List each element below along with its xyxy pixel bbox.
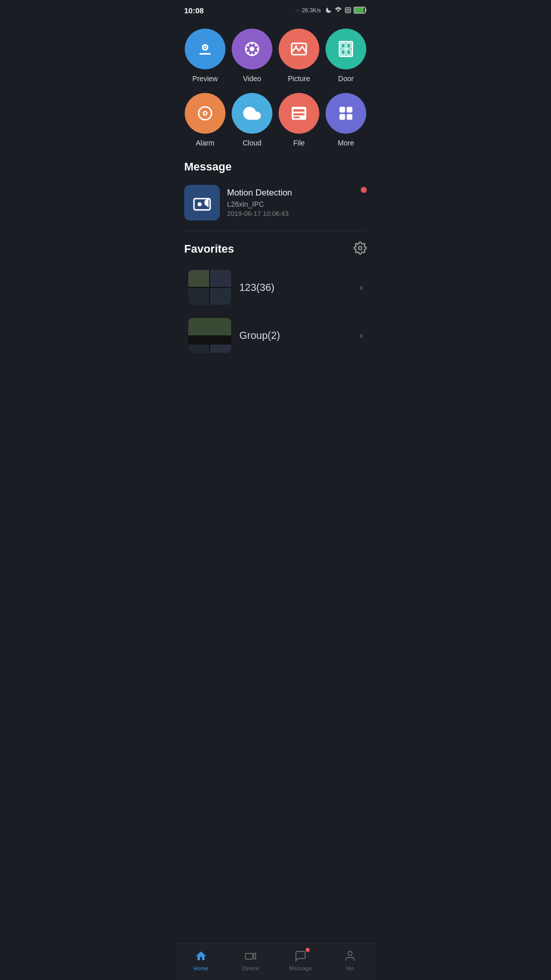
status-speed: 26.3K/s xyxy=(302,7,321,13)
file-label: File xyxy=(293,139,305,147)
message-section: Message Motion Detection L26xin_IPC 2019… xyxy=(176,152,375,229)
thumb-1-4 xyxy=(210,288,231,305)
alarm-circle xyxy=(185,93,226,134)
svg-point-32 xyxy=(204,112,207,115)
file-icon xyxy=(289,104,309,123)
message-item[interactable]: Motion Detection L26xin_IPC 2019-06-17 1… xyxy=(184,181,367,225)
svg-rect-28 xyxy=(347,50,351,55)
door-icon xyxy=(336,39,356,59)
svg-rect-34 xyxy=(293,109,305,112)
svg-point-23 xyxy=(295,45,297,48)
svg-rect-10 xyxy=(199,53,211,55)
picture-icon-item[interactable]: Picture xyxy=(278,29,320,83)
favorite-item-1[interactable]: 123(36) › xyxy=(180,264,371,311)
svg-point-17 xyxy=(257,48,259,51)
moon-icon xyxy=(325,7,332,14)
gear-icon xyxy=(354,241,367,255)
status-bar: 10:08 ··· 26.3K/s xyxy=(176,0,375,18)
icon-grid: Preview Video xyxy=(184,29,367,147)
svg-rect-7 xyxy=(355,8,364,13)
icon-grid-section: Preview Video xyxy=(176,18,375,152)
svg-point-13 xyxy=(249,46,255,52)
svg-rect-38 xyxy=(347,107,353,112)
sim-icon xyxy=(344,7,352,14)
svg-rect-39 xyxy=(339,114,345,120)
preview-label: Preview xyxy=(192,75,218,83)
favorite-thumb-1 xyxy=(188,270,231,305)
thumb-1-1 xyxy=(188,270,209,287)
favorites-title: Favorites xyxy=(184,242,234,256)
video-icon xyxy=(242,39,262,59)
status-network-label: ··· xyxy=(295,7,300,13)
message-unread-dot xyxy=(361,187,367,193)
svg-point-20 xyxy=(247,52,249,54)
svg-point-42 xyxy=(197,202,202,206)
favorite-item-2[interactable]: Group(2) › xyxy=(180,312,371,359)
message-avatar xyxy=(184,185,220,220)
door-circle xyxy=(325,29,366,69)
svg-rect-37 xyxy=(339,107,345,112)
cloud-icon-item[interactable]: Cloud xyxy=(231,93,273,147)
cloud-circle xyxy=(232,93,272,134)
file-circle xyxy=(279,93,319,134)
preview-icon-item[interactable]: Preview xyxy=(184,29,226,83)
favorite-arrow-1: › xyxy=(360,282,363,293)
message-time: 2019-06-17 10:06:43 xyxy=(227,210,367,217)
picture-icon xyxy=(289,39,309,59)
svg-point-15 xyxy=(251,54,254,56)
section-divider xyxy=(184,231,367,231)
svg-point-16 xyxy=(245,48,248,51)
svg-point-18 xyxy=(247,44,249,46)
more-icon-item[interactable]: More xyxy=(325,93,367,147)
favorites-settings-button[interactable] xyxy=(354,241,367,257)
video-label: Video xyxy=(243,75,261,83)
alarm-label: Alarm xyxy=(196,139,215,147)
door-label: Door xyxy=(338,75,354,83)
message-content: Motion Detection L26xin_IPC 2019-06-17 1… xyxy=(227,188,367,217)
favorites-header: Favorites xyxy=(176,233,375,263)
picture-label: Picture xyxy=(288,75,310,83)
video-circle xyxy=(232,29,272,69)
svg-rect-35 xyxy=(293,113,305,115)
svg-point-21 xyxy=(255,52,257,54)
svg-point-11 xyxy=(204,46,206,48)
svg-rect-25 xyxy=(341,43,345,48)
svg-point-43 xyxy=(359,247,362,250)
svg-rect-27 xyxy=(341,50,345,55)
svg-rect-0 xyxy=(345,8,351,13)
message-section-title: Message xyxy=(184,160,367,174)
camera-icon xyxy=(192,193,212,212)
picture-circle xyxy=(279,29,319,69)
video-icon-item[interactable]: Video xyxy=(231,29,273,83)
status-time: 10:08 xyxy=(184,6,204,15)
cloud-label: Cloud xyxy=(243,139,262,147)
battery-icon xyxy=(354,7,367,14)
more-icon xyxy=(336,104,356,123)
svg-point-14 xyxy=(251,42,254,45)
svg-point-19 xyxy=(255,44,257,46)
thumb-2-1 xyxy=(188,318,231,335)
cloud-icon xyxy=(242,104,262,123)
wifi-icon xyxy=(334,7,342,14)
favorite-thumb-2 xyxy=(188,318,231,353)
more-circle xyxy=(325,93,366,134)
preview-circle xyxy=(185,29,226,69)
door-icon-item[interactable]: Door xyxy=(325,29,367,83)
message-device: L26xin_IPC xyxy=(227,200,367,208)
alarm-icon-item[interactable]: Alarm xyxy=(184,93,226,147)
svg-rect-6 xyxy=(365,9,366,12)
svg-rect-26 xyxy=(347,43,351,48)
preview-icon xyxy=(195,39,215,59)
thumb-1-2 xyxy=(210,270,231,287)
svg-point-29 xyxy=(345,48,347,50)
favorite-label-1: 123(36) xyxy=(239,282,352,293)
alarm-icon xyxy=(195,104,215,123)
status-icons: ··· 26.3K/s xyxy=(295,7,367,14)
thumb-2-3 xyxy=(210,345,231,353)
file-icon-item[interactable]: File xyxy=(278,93,320,147)
svg-rect-36 xyxy=(293,116,300,118)
svg-rect-40 xyxy=(347,114,353,120)
message-title: Motion Detection xyxy=(227,188,367,198)
more-label: More xyxy=(338,139,354,147)
thumb-2-2 xyxy=(188,345,209,353)
